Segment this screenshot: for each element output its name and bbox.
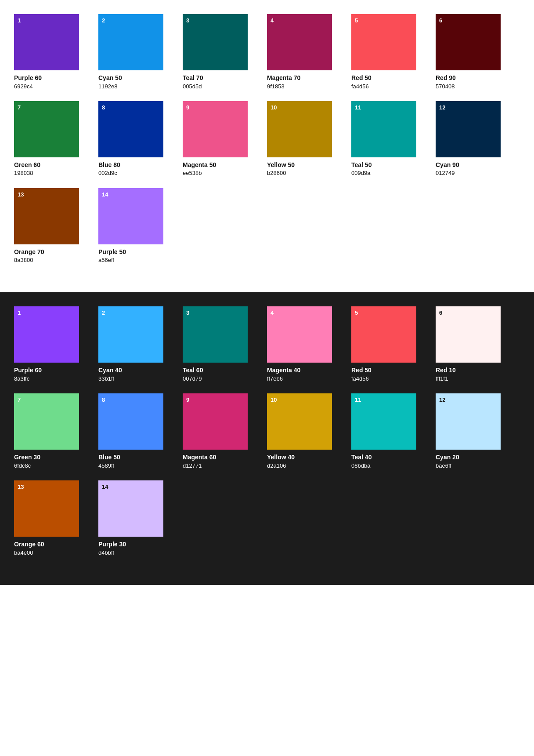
color-name: Teal 50 xyxy=(351,161,429,170)
dark-section: 1 Purple 60 8a3ffc 2 Cyan 40 33b1ff 3 Te… xyxy=(0,292,534,585)
color-label: Cyan 50 1192e8 xyxy=(98,74,176,91)
color-label: Magenta 50 ee538b xyxy=(183,161,260,178)
color-item-13: 13 Orange 70 8a3800 xyxy=(14,188,91,265)
color-label: Teal 60 007d79 xyxy=(183,366,260,383)
color-item-1: 1 Purple 60 8a3ffc xyxy=(14,306,91,383)
color-swatch: 2 xyxy=(98,306,163,363)
color-item-8: 8 Blue 50 4589ff xyxy=(98,393,176,470)
color-swatch: 4 xyxy=(267,14,332,70)
color-number: 11 xyxy=(355,397,361,403)
color-label: Cyan 20 bae6ff xyxy=(436,453,513,470)
color-number: 3 xyxy=(186,310,189,316)
color-item-11: 11 Teal 50 009d9a xyxy=(351,101,429,178)
color-hex: 198038 xyxy=(14,169,91,177)
color-hex: d12771 xyxy=(183,462,260,470)
color-hex: 8a3ffc xyxy=(14,375,91,383)
color-name: Green 30 xyxy=(14,453,91,462)
color-number: 9 xyxy=(186,397,189,403)
color-hex: 1192e8 xyxy=(98,83,176,91)
color-label: Red 50 fa4d56 xyxy=(351,366,429,383)
color-item-12: 12 Cyan 20 bae6ff xyxy=(436,393,513,470)
color-name: Red 50 xyxy=(351,366,429,375)
color-item-14: 14 Purple 30 d4bbff xyxy=(98,480,176,557)
color-swatch: 1 xyxy=(14,306,79,363)
color-item-4: 4 Magenta 70 9f1853 xyxy=(267,14,344,91)
color-item-5: 5 Red 50 fa4d56 xyxy=(351,14,429,91)
color-label: Green 60 198038 xyxy=(14,161,91,178)
color-name: Green 60 xyxy=(14,161,91,170)
color-hex: 012749 xyxy=(436,169,513,177)
color-label: Yellow 50 b28600 xyxy=(267,161,344,178)
color-label: Cyan 40 33b1ff xyxy=(98,366,176,383)
color-label: Orange 70 8a3800 xyxy=(14,248,91,265)
color-name: Magenta 50 xyxy=(183,161,260,170)
color-swatch: 9 xyxy=(183,393,248,450)
color-label: Magenta 70 9f1853 xyxy=(267,74,344,91)
color-hex: 9f1853 xyxy=(267,83,344,91)
color-hex: 8a3800 xyxy=(14,256,91,264)
color-swatch: 11 xyxy=(351,101,416,157)
color-swatch: 13 xyxy=(14,188,79,244)
light-section: 1 Purple 60 6929c4 2 Cyan 50 1192e8 3 Te… xyxy=(0,0,534,292)
color-item-7: 7 Green 30 6fdc8c xyxy=(14,393,91,470)
color-label: Green 30 6fdc8c xyxy=(14,453,91,470)
color-swatch: 3 xyxy=(183,14,248,70)
color-swatch: 12 xyxy=(436,101,501,157)
color-item-13: 13 Orange 60 ba4e00 xyxy=(14,480,91,557)
color-swatch: 7 xyxy=(14,393,79,450)
color-hex: 4589ff xyxy=(98,462,176,470)
color-item-9: 9 Magenta 50 ee538b xyxy=(183,101,260,178)
color-name: Cyan 20 xyxy=(436,453,513,462)
color-name: Magenta 60 xyxy=(183,453,260,462)
color-item-10: 10 Yellow 50 b28600 xyxy=(267,101,344,178)
color-swatch: 11 xyxy=(351,393,416,450)
color-number: 2 xyxy=(102,310,105,316)
color-label: Teal 70 005d5d xyxy=(183,74,260,91)
dark-color-grid: 1 Purple 60 8a3ffc 2 Cyan 40 33b1ff 3 Te… xyxy=(14,306,520,567)
color-label: Red 90 570408 xyxy=(436,74,513,91)
color-name: Teal 70 xyxy=(183,74,260,83)
color-label: Purple 30 d4bbff xyxy=(98,540,176,557)
color-swatch: 5 xyxy=(351,14,416,70)
color-hex: d4bbff xyxy=(98,549,176,557)
color-label: Teal 50 009d9a xyxy=(351,161,429,178)
color-label: Teal 40 08bdba xyxy=(351,453,429,470)
color-swatch: 3 xyxy=(183,306,248,363)
color-label: Orange 60 ba4e00 xyxy=(14,540,91,557)
color-name: Blue 80 xyxy=(98,161,176,170)
color-label: Red 50 fa4d56 xyxy=(351,74,429,91)
color-name: Cyan 50 xyxy=(98,74,176,83)
color-number: 5 xyxy=(355,310,358,316)
color-item-10: 10 Yellow 40 d2a106 xyxy=(267,393,344,470)
color-number: 1 xyxy=(18,18,21,23)
color-hex: ff7eb6 xyxy=(267,375,344,383)
color-hex: 6929c4 xyxy=(14,83,91,91)
color-number: 7 xyxy=(18,397,21,403)
color-label: Red 10 fff1f1 xyxy=(436,366,513,383)
color-label: Purple 60 6929c4 xyxy=(14,74,91,91)
light-color-grid: 1 Purple 60 6929c4 2 Cyan 50 1192e8 3 Te… xyxy=(14,14,520,275)
color-number: 2 xyxy=(102,18,105,23)
color-name: Teal 60 xyxy=(183,366,260,375)
color-number: 4 xyxy=(271,310,274,316)
color-name: Yellow 50 xyxy=(267,161,344,170)
color-swatch: 1 xyxy=(14,14,79,70)
color-hex: 33b1ff xyxy=(98,375,176,383)
color-number: 7 xyxy=(18,105,21,110)
color-swatch: 10 xyxy=(267,393,332,450)
color-hex: ba4e00 xyxy=(14,549,91,557)
color-swatch: 13 xyxy=(14,480,79,537)
color-hex: 009d9a xyxy=(351,169,429,177)
color-number: 3 xyxy=(186,18,189,23)
color-name: Yellow 40 xyxy=(267,453,344,462)
color-number: 10 xyxy=(271,397,277,403)
color-number: 4 xyxy=(271,18,274,23)
color-name: Purple 50 xyxy=(98,248,176,257)
color-number: 11 xyxy=(355,105,361,110)
color-number: 10 xyxy=(271,105,277,110)
color-number: 6 xyxy=(439,310,442,316)
color-swatch: 2 xyxy=(98,14,163,70)
color-swatch: 9 xyxy=(183,101,248,157)
color-name: Purple 30 xyxy=(98,540,176,549)
color-name: Teal 40 xyxy=(351,453,429,462)
